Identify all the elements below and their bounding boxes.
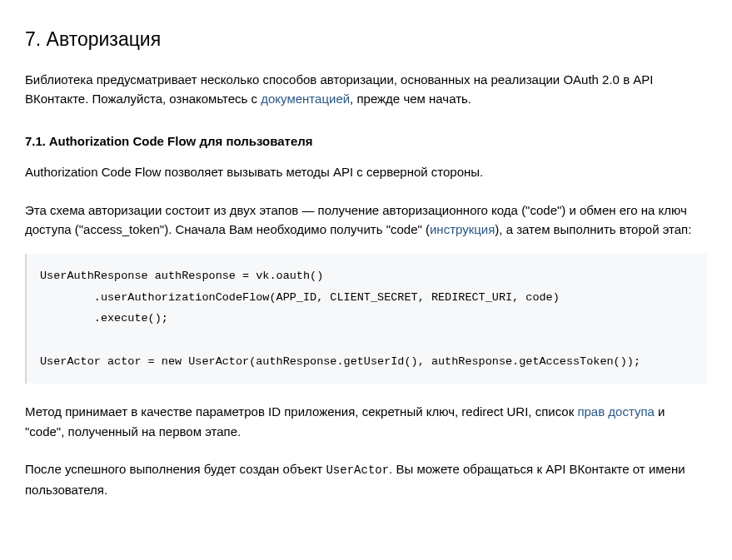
- p4-text-before: После успешного выполнения будет создан …: [25, 462, 326, 476]
- subsection-p4: После успешного выполнения будет создан …: [25, 459, 707, 499]
- section-heading: 7. Авторизация: [25, 25, 707, 55]
- documentation-link[interactable]: документацией: [261, 92, 350, 106]
- useractor-code: UserActor: [326, 463, 389, 477]
- intro-text-after: , прежде чем начать.: [350, 92, 471, 106]
- access-rights-link[interactable]: прав доступа: [577, 404, 655, 419]
- instruction-link[interactable]: инструкция: [430, 222, 495, 236]
- code-block: UserAuthResponse authResponse = vk.oauth…: [25, 254, 707, 384]
- subsection-p1: Authorization Code Flow позволяет вызыва…: [25, 162, 707, 181]
- section-intro: Библиотека предусматривает несколько спо…: [25, 70, 707, 109]
- p3-text-before: Метод принимает в качестве параметров ID…: [25, 404, 577, 419]
- subsection-p3: Метод принимает в качестве параметров ID…: [25, 402, 707, 441]
- subsection-p2: Эта схема авторизации состоит из двух эт…: [25, 201, 707, 240]
- p2-text-after: ), а затем выполнить второй этап:: [495, 222, 691, 236]
- subsection-heading: 7.1. Authorization Code Flow для пользов…: [25, 131, 707, 151]
